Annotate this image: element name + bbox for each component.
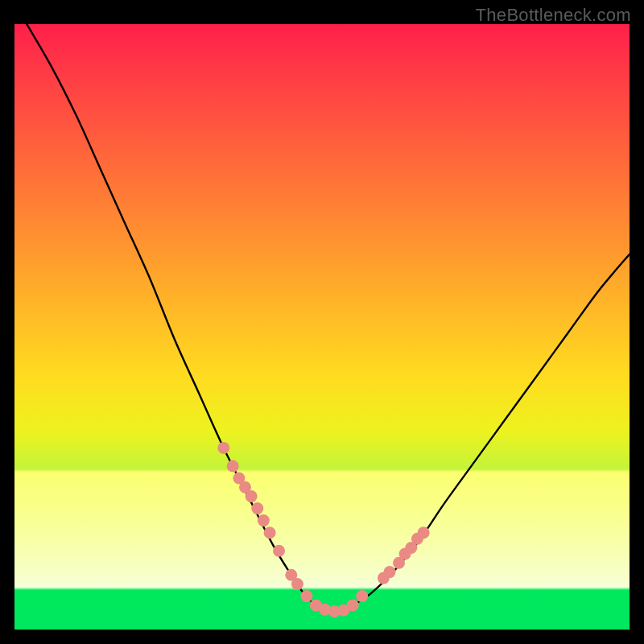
chart-marker-dot	[251, 502, 263, 514]
chart-marker-dot	[384, 566, 396, 578]
chart-marker-dot	[246, 490, 258, 502]
chart-marker-dot	[227, 460, 239, 473]
chart-svg	[14, 24, 630, 630]
watermark-label: TheBottleneck.com	[476, 5, 631, 26]
chart-markers	[217, 442, 429, 617]
chart-marker-dot	[264, 526, 276, 539]
chart-marker-dot	[273, 545, 285, 557]
chart-marker-dot	[300, 590, 312, 602]
chart-area	[14, 24, 630, 630]
chart-marker-dot	[418, 526, 430, 539]
chart-marker-dot	[258, 514, 270, 526]
chart-marker-dot	[291, 578, 303, 590]
bottleneck-curve	[27, 24, 630, 612]
chart-marker-dot	[217, 442, 229, 454]
chart-marker-dot	[347, 599, 359, 611]
chart-marker-dot	[356, 590, 368, 602]
